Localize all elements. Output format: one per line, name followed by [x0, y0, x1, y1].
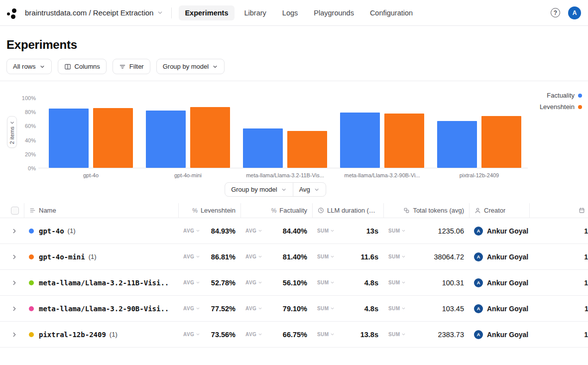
column-header-creator[interactable]: Creator	[469, 203, 529, 218]
column-header-name[interactable]: Name	[24, 203, 178, 218]
select-all-checkbox[interactable]	[11, 207, 19, 215]
legend-item-factuality[interactable]: Factuality	[540, 90, 582, 101]
bar-factuality[interactable]	[437, 121, 477, 168]
columns-button[interactable]: Columns	[58, 59, 107, 74]
agg-select[interactable]: SUM	[388, 254, 406, 259]
agg-select[interactable]: AVG	[245, 280, 262, 285]
column-header-updated[interactable]: Updated	[529, 203, 588, 218]
agg-select[interactable]: AVG	[183, 332, 200, 337]
agg-select[interactable]: SUM	[388, 228, 406, 234]
help-icon[interactable]: ?	[551, 8, 560, 17]
experiment-name: gpt-4o	[39, 227, 64, 235]
legend-item-levenshtein[interactable]: Levenshtein	[540, 101, 582, 113]
experiment-name: pixtral-12b-2409	[39, 331, 106, 339]
experiment-color-dot	[29, 280, 34, 285]
y-axis-tick: 0%	[0, 165, 36, 171]
bar-factuality[interactable]	[243, 128, 283, 168]
chart-plot	[42, 98, 528, 168]
x-axis-label: pixtral-12b-2409	[431, 172, 528, 178]
expand-row-chevron-icon[interactable]	[5, 228, 18, 235]
expand-row-chevron-icon[interactable]	[5, 331, 18, 338]
column-label: Factuality	[279, 207, 307, 214]
agg-select[interactable]: SUM	[317, 228, 335, 234]
agg-select[interactable]: SUM	[317, 280, 335, 285]
column-header-levenshtein[interactable]: % Levenshtein	[178, 203, 240, 218]
bar-levenshtein[interactable]	[93, 108, 133, 168]
creator-name: Ankur Goyal	[487, 331, 528, 339]
x-axis-labels: gpt-4ogpt-4o-minimeta-llama/Llama-3.2-11…	[42, 172, 528, 178]
chart-legend: Factuality Levenshtein	[540, 90, 582, 113]
braintrust-logo[interactable]	[7, 7, 19, 19]
user-avatar[interactable]: A	[568, 6, 581, 19]
table-row[interactable]: meta-llama/Llama-3.2-11B-Visi... AVG 52.…	[0, 270, 588, 296]
duration-value: 4.8s	[364, 279, 378, 287]
agg-select[interactable]: AVG	[245, 254, 262, 259]
expand-row-chevron-icon[interactable]	[5, 279, 18, 286]
tab-library[interactable]: Library	[238, 5, 272, 20]
agg-select[interactable]: AVG	[183, 254, 200, 259]
table-row[interactable]: pixtral-12b-2409 (1) AVG 73.56% AVG 66.7…	[0, 322, 588, 348]
factuality-value: 84.40%	[283, 227, 307, 235]
bar-factuality[interactable]	[146, 111, 186, 168]
calendar-icon	[579, 207, 585, 214]
column-label: Total tokens (avg)	[413, 207, 464, 214]
group-by-button[interactable]: Group by model	[156, 59, 225, 74]
chevron-down-icon	[39, 64, 45, 70]
column-label: Creator	[484, 207, 505, 214]
bar-levenshtein[interactable]	[384, 114, 424, 168]
creator-avatar: A	[474, 252, 483, 261]
experiment-count: (1)	[89, 253, 97, 260]
nav-tabs: ExperimentsLibraryLogsPlaygroundsConfigu…	[179, 5, 419, 20]
top-nav: braintrustdata.com / Receipt Extraction …	[0, 0, 588, 26]
agg-select[interactable]: AVG	[183, 306, 200, 311]
creator-name: Ankur Goyal	[487, 227, 528, 235]
column-header-llm-duration[interactable]: LLM duration (avg)	[312, 203, 383, 218]
tab-configuration[interactable]: Configuration	[364, 5, 419, 20]
creator-avatar: A	[474, 278, 483, 287]
header-select	[0, 203, 24, 218]
expand-row-chevron-icon[interactable]	[5, 305, 18, 312]
agg-select[interactable]: SUM	[388, 332, 406, 337]
table-body: gpt-4o (1) AVG 84.93% AVG 84.40% SUM 13s…	[0, 218, 588, 348]
bar-group	[236, 98, 334, 168]
agg-select[interactable]: SUM	[388, 306, 406, 311]
agg-select[interactable]: AVG	[183, 228, 200, 234]
agg-select[interactable]: SUM	[317, 332, 335, 337]
tab-playgrounds[interactable]: Playgrounds	[308, 5, 360, 20]
legend-label: Factuality	[547, 92, 575, 99]
agg-select[interactable]: AVG	[245, 332, 262, 337]
tab-experiments[interactable]: Experiments	[179, 5, 234, 20]
bar-levenshtein[interactable]	[481, 116, 521, 168]
table-row[interactable]: gpt-4o (1) AVG 84.93% AVG 84.40% SUM 13s…	[0, 218, 588, 244]
agg-select[interactable]: SUM	[317, 306, 335, 311]
agg-select[interactable]: SUM	[317, 254, 335, 259]
table-row[interactable]: gpt-4o-mini (1) AVG 86.81% AVG 81.40% SU…	[0, 244, 588, 270]
bar-group	[42, 98, 139, 168]
bar-levenshtein[interactable]	[287, 131, 327, 168]
experiment-color-dot	[29, 306, 34, 311]
tokens-icon	[403, 207, 410, 214]
breadcrumb[interactable]: braintrustdata.com / Receipt Extraction	[25, 8, 163, 17]
table-row[interactable]: meta-llama/Llama-3.2-90B-Visi... AVG 77.…	[0, 296, 588, 322]
chart-agg-label: Avg	[299, 186, 310, 193]
creator-avatar: A	[474, 227, 483, 236]
tab-logs[interactable]: Logs	[276, 5, 304, 20]
factuality-value: 66.75%	[283, 331, 307, 339]
bar-factuality[interactable]	[340, 113, 380, 168]
updated-value: 13m ago	[529, 227, 588, 235]
chart-group-by-select[interactable]: Group by model	[225, 183, 293, 196]
tokens-value: 2383.73	[438, 331, 464, 339]
column-header-factuality[interactable]: % Factuality	[240, 203, 312, 218]
bar-levenshtein[interactable]	[190, 107, 230, 168]
agg-select[interactable]: AVG	[245, 306, 262, 311]
column-header-total-tokens[interactable]: Total tokens (avg)	[383, 203, 469, 218]
expand-row-chevron-icon[interactable]	[5, 253, 18, 260]
bar-group	[431, 98, 528, 168]
bar-factuality[interactable]	[49, 109, 89, 168]
filter-button[interactable]: Filter	[113, 59, 150, 74]
chart-agg-select[interactable]: Avg	[293, 183, 326, 196]
agg-select[interactable]: AVG	[245, 228, 262, 234]
all-rows-button[interactable]: All rows	[6, 59, 52, 74]
agg-select[interactable]: AVG	[183, 280, 200, 285]
agg-select[interactable]: SUM	[388, 280, 406, 285]
